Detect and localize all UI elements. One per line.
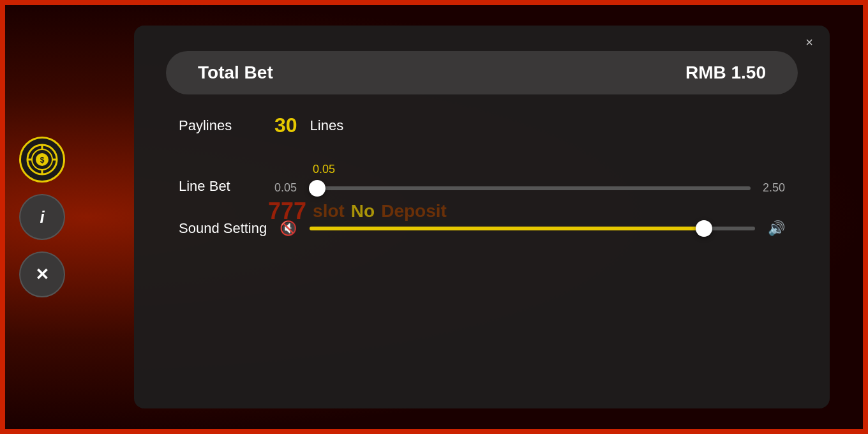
panel-close-icon: × bbox=[805, 36, 813, 49]
sidebar-close-button[interactable]: ✕ bbox=[19, 251, 65, 297]
sidebar: $ i ✕ bbox=[19, 137, 65, 297]
line-bet-min: 0.05 bbox=[274, 181, 300, 195]
sound-muted-icon: 🔇 bbox=[280, 220, 297, 237]
line-bet-area: 0.05 0.05 2.50 bbox=[274, 163, 785, 195]
paylines-label: Paylines bbox=[179, 117, 262, 134]
sound-slider[interactable] bbox=[310, 227, 755, 230]
line-bet-label: Line Bet bbox=[179, 178, 262, 195]
paylines-unit: Lines bbox=[310, 117, 344, 134]
total-bet-label: Total Bet bbox=[198, 63, 273, 83]
paylines-value: 30 bbox=[274, 114, 297, 137]
line-bet-slider[interactable] bbox=[309, 186, 751, 190]
line-bet-slider-row: 0.05 2.50 bbox=[274, 181, 785, 195]
paylines-row: Paylines 30 Lines bbox=[179, 114, 785, 137]
line-bet-max: 2.50 bbox=[760, 181, 785, 195]
total-bet-value: RMB 1.50 bbox=[685, 63, 766, 83]
main-panel: × Total Bet RMB 1.50 Paylines 30 Lines L… bbox=[134, 26, 830, 408]
line-bet-row: Line Bet 0.05 0.05 2.50 bbox=[179, 163, 785, 195]
chip-icon: $ bbox=[26, 144, 58, 176]
info-button[interactable]: i bbox=[19, 194, 65, 240]
panel-close-button[interactable]: × bbox=[800, 33, 818, 51]
chip-button[interactable]: $ bbox=[19, 137, 65, 183]
line-bet-tooltip: 0.05 bbox=[313, 163, 785, 176]
svg-text:$: $ bbox=[40, 156, 45, 165]
sound-setting-label: Sound Setting bbox=[179, 220, 267, 237]
sound-loud-icon: 🔊 bbox=[768, 220, 785, 237]
close-x-icon: ✕ bbox=[35, 265, 49, 285]
sound-setting-row: Sound Setting 🔇 🔊 bbox=[179, 220, 785, 237]
info-icon: i bbox=[40, 207, 44, 227]
total-bet-bar: Total Bet RMB 1.50 bbox=[166, 51, 798, 94]
settings-area: Paylines 30 Lines Line Bet 0.05 0.05 2.5… bbox=[166, 114, 798, 237]
